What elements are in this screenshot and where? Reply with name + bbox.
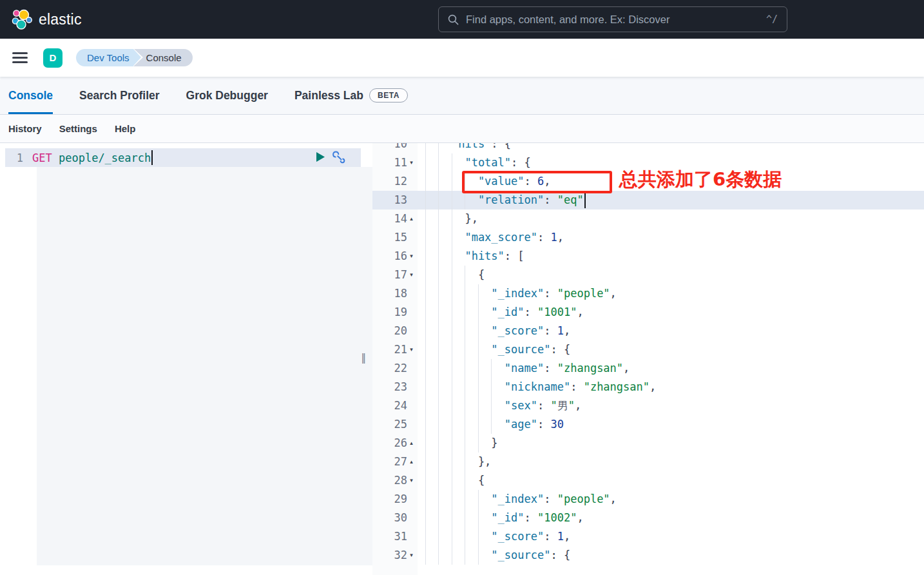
line-number: 23 [394, 378, 407, 396]
request-editor-background [37, 167, 372, 565]
line-number: 13 [394, 191, 407, 210]
request-line[interactable]: 1 GET people/_search [5, 148, 361, 167]
breadcrumb: Dev Tools Console [76, 49, 193, 66]
code-line-content[interactable]: "_score": 1, [418, 322, 924, 340]
code-line-content[interactable]: "value": 6, [418, 172, 924, 191]
code-line-content[interactable]: "total": { [418, 153, 924, 172]
tab-painless-lab[interactable]: Painless Lab [294, 77, 363, 114]
menu-hamburger-icon[interactable] [12, 52, 28, 63]
line-number: 14 [394, 210, 407, 228]
beta-badge: BETA [369, 88, 408, 102]
code-line-content[interactable]: "hits": [ [418, 247, 924, 266]
console-menubar: History Settings Help [0, 115, 924, 143]
response-line-27: 27▴}, [372, 453, 924, 471]
response-line-13: 13"relation": "eq" [372, 191, 924, 210]
line-number: 28 [394, 471, 407, 490]
code-line-content[interactable]: { [418, 471, 924, 490]
response-code: 10"hits": {11▾"total": {12"value": 6,13"… [372, 143, 924, 565]
line-number: 18 [394, 284, 407, 303]
line-number: 15 [394, 228, 407, 247]
code-line-content[interactable]: { [418, 266, 924, 284]
response-line-11: 11▾"total": { [372, 153, 924, 172]
code-line-content[interactable]: "_score": 1, [418, 527, 924, 546]
wrench-icon[interactable] [332, 150, 345, 164]
line-number: 26 [394, 434, 407, 453]
response-line-16: 16▾"hits": [ [372, 247, 924, 266]
code-line-content[interactable]: "_index": "people", [418, 284, 924, 303]
fold-toggle-icon[interactable]: ▴ [407, 210, 416, 228]
code-line-content[interactable]: } [418, 434, 924, 453]
code-line-content[interactable]: "max_score": 1, [418, 228, 924, 247]
response-editor[interactable]: 10"hits": {11▾"total": {12"value": 6,13"… [372, 143, 924, 575]
line-number: 32 [394, 546, 407, 565]
response-line-20: 20"_score": 1, [372, 322, 924, 340]
line-number: 22 [394, 359, 407, 378]
response-line-18: 18"_index": "people", [372, 284, 924, 303]
tab-grok-debugger[interactable]: Grok Debugger [186, 77, 268, 114]
menu-settings[interactable]: Settings [59, 123, 97, 134]
line-number: 21 [394, 340, 407, 359]
response-line-26: 26▴} [372, 434, 924, 453]
elastic-logo-icon [10, 8, 32, 30]
code-line-content[interactable]: }, [418, 453, 924, 471]
fold-toggle-icon[interactable]: ▾ [407, 266, 416, 284]
response-line-15: 15"max_score": 1, [372, 228, 924, 247]
code-line-content[interactable]: "age": 30 [418, 415, 924, 434]
top-header-bar: elastic Find apps, content, and more. Ex… [0, 0, 924, 39]
response-line-25: 25"age": 30 [372, 415, 924, 434]
console-editors: 1 GET people/_search ‖ 10" [0, 143, 924, 575]
menu-help[interactable]: Help [115, 123, 136, 134]
code-line-content[interactable]: "_id": "1002", [418, 509, 924, 527]
response-line-21: 21▾"_source": { [372, 340, 924, 359]
search-placeholder: Find apps, content, and more. Ex: Discov… [466, 14, 669, 26]
code-line-content[interactable]: "name": "zhangsan", [418, 359, 924, 378]
code-line-content[interactable]: "hits": { [418, 143, 924, 153]
brand-name: elastic [39, 11, 82, 28]
line-number: 19 [394, 303, 407, 322]
request-method: GET [32, 151, 52, 164]
text-cursor [584, 193, 586, 208]
panel-resize-handle[interactable]: ‖ [361, 352, 367, 364]
code-line-content[interactable]: }, [418, 210, 924, 228]
code-line-content[interactable]: "relation": "eq" [418, 191, 924, 210]
send-request-play-icon[interactable] [316, 151, 325, 162]
line-number: 17 [394, 266, 407, 284]
search-shortcut-hint: ^/ [766, 14, 778, 25]
request-editor[interactable]: 1 GET people/_search ‖ [0, 143, 372, 575]
line-number: 30 [394, 509, 407, 527]
line-number: 27 [394, 453, 407, 471]
fold-toggle-icon[interactable]: ▾ [407, 247, 416, 266]
line-number: 25 [394, 415, 407, 434]
fold-toggle-icon[interactable]: ▴ [407, 434, 416, 453]
elastic-logo: elastic [10, 8, 82, 30]
menu-history[interactable]: History [8, 123, 42, 134]
fold-toggle-icon[interactable]: ▴ [407, 453, 416, 471]
response-line-29: 29"_index": "people", [372, 490, 924, 509]
fold-toggle-icon[interactable]: ▾ [407, 340, 416, 359]
request-line-number: 1 [5, 151, 32, 164]
response-line-31: 31"_score": 1, [372, 527, 924, 546]
response-line-23: 23"nickname": "zhangsan", [372, 378, 924, 396]
code-line-content[interactable]: "sex": "男", [418, 396, 924, 415]
code-line-content[interactable]: "_source": { [418, 340, 924, 359]
response-line-12: 12"value": 6, [372, 172, 924, 191]
breadcrumb-dev-tools[interactable]: Dev Tools [76, 49, 133, 66]
global-search-input[interactable]: Find apps, content, and more. Ex: Discov… [438, 6, 787, 32]
line-number: 11 [394, 153, 407, 172]
line-number: 20 [394, 322, 407, 340]
line-number: 29 [394, 490, 407, 509]
line-number: 10 [394, 143, 407, 153]
fold-toggle-icon[interactable]: ▾ [407, 546, 416, 565]
line-number: 12 [394, 172, 407, 191]
deployment-avatar[interactable]: D [43, 48, 63, 68]
code-line-content[interactable]: "_id": "1001", [418, 303, 924, 322]
response-line-28: 28▾{ [372, 471, 924, 490]
fold-toggle-icon[interactable]: ▾ [407, 153, 416, 172]
code-line-content[interactable]: "_source": { [418, 546, 924, 565]
tab-search-profiler[interactable]: Search Profiler [79, 77, 160, 114]
code-line-content[interactable]: "nickname": "zhangsan", [418, 378, 924, 396]
fold-toggle-icon[interactable]: ▾ [407, 471, 416, 490]
code-line-content[interactable]: "_index": "people", [418, 490, 924, 509]
breadcrumb-bar: D Dev Tools Console [0, 39, 924, 77]
tab-console[interactable]: Console [8, 77, 53, 114]
